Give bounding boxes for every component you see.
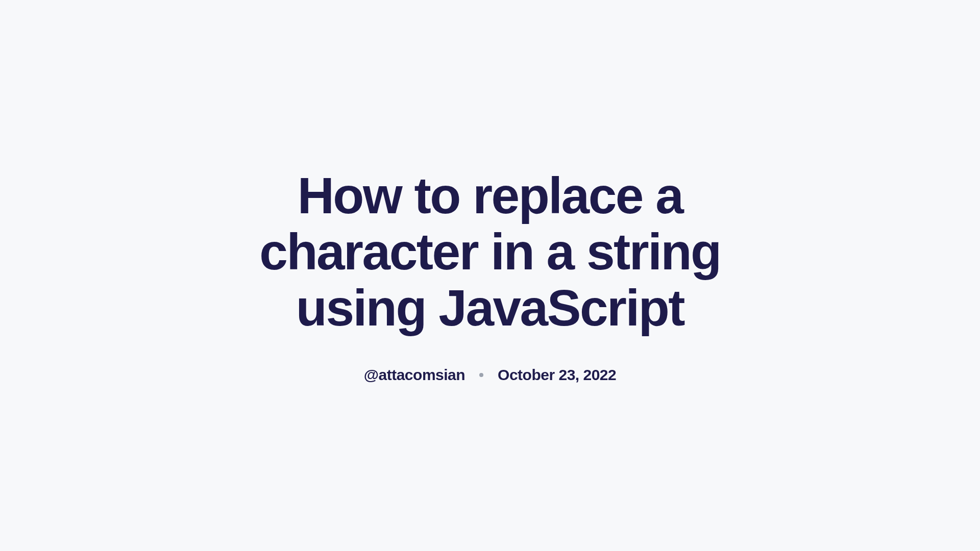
- article-meta: @attacomsian October 23, 2022: [364, 366, 616, 384]
- dot-separator-icon: [479, 373, 483, 377]
- article-date: October 23, 2022: [498, 366, 616, 384]
- article-header: How to replace a character in a string u…: [184, 167, 796, 384]
- article-title: How to replace a character in a string u…: [204, 167, 776, 336]
- article-author: @attacomsian: [364, 366, 465, 384]
